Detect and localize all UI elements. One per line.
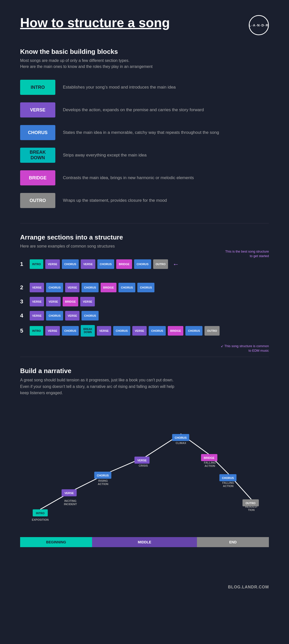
outro-desc: Wraps up the statement, provides closure… <box>63 197 167 204</box>
structure-row-3: 3 VERSE VERSE BRIDGE VERSE <box>20 297 269 306</box>
block-row-verse: VERSE Develops the action, expands on th… <box>20 102 269 117</box>
mini-verse-1b: VERSE <box>81 259 95 269</box>
svg-text:OUTRO: OUTRO <box>245 502 256 505</box>
verse-desc: Develops the action, expands on the prem… <box>63 107 204 113</box>
svg-text:ACTION: ACTION <box>204 464 215 467</box>
row-number-1: 1 <box>20 261 28 267</box>
mini-chorus-5a: CHORUS <box>62 326 79 336</box>
breakdown-label: BREAKDOWN <box>20 148 55 163</box>
mini-verse-2b: VERSE <box>65 283 79 292</box>
chart-point-verse2: CRISIS VERSE <box>135 457 150 467</box>
chorus-desc: States the main idea in a memorable, cat… <box>63 130 219 136</box>
bar-middle: MIDDLE <box>92 537 197 547</box>
section-narrative: Build a narrative A great song should bu… <box>20 367 269 547</box>
chart-point-chorus2-climax: CLIMAX CHORUS <box>172 434 189 445</box>
logo: L·A·N·D·R <box>249 15 269 35</box>
svg-text:VERSE: VERSE <box>137 459 147 462</box>
svg-text:FALLING: FALLING <box>204 461 216 464</box>
mini-verse-5a: VERSE <box>45 326 60 336</box>
row-number-3: 3 <box>20 298 28 305</box>
mini-verse-3a: VERSE <box>30 297 44 306</box>
footer-text: BLOG.LANDR.COM <box>228 585 269 589</box>
svg-text:EXPOSITION: EXPOSITION <box>32 518 49 521</box>
mini-chorus-4b: CHORUS <box>81 311 99 320</box>
mini-chorus-2a: CHORUS <box>46 283 63 292</box>
svg-text:CHORUS: CHORUS <box>175 436 187 439</box>
row-number-2: 2 <box>20 284 28 291</box>
mini-chorus-1a: CHORUS <box>62 259 79 269</box>
svg-text:CLIMAX: CLIMAX <box>176 441 186 445</box>
chart-point-intro: EXPOSITION INTRO <box>32 509 49 521</box>
mini-chorus-1b: CHORUS <box>97 259 114 269</box>
intro-desc: Establishes your song’s mood and introdu… <box>63 84 176 90</box>
breakdown-desc: Strips away everything except the main i… <box>63 152 147 158</box>
svg-text:INCITING: INCITING <box>64 499 76 502</box>
divider-2 <box>20 357 269 357</box>
block-row-chorus: CHORUS States the main idea in a memorab… <box>20 125 269 140</box>
mini-chorus-5b: CHORUS <box>113 326 130 336</box>
svg-text:INCIDENT: INCIDENT <box>64 503 77 506</box>
svg-text:ACTION: ACTION <box>223 485 233 488</box>
mini-chorus-2c: CHORUS <box>118 283 136 292</box>
mini-chorus-1c: CHORUS <box>134 259 151 269</box>
structure-row-5: 5 INTRO VERSE CHORUS BREAKDOWN VERSE CHO… <box>20 325 269 337</box>
svg-text:BRIDGE: BRIDGE <box>204 456 215 459</box>
block-row-breakdown: BREAKDOWN Strips away everything except … <box>20 148 269 163</box>
chorus-label: CHORUS <box>20 125 55 140</box>
svg-text:ACTION: ACTION <box>98 482 108 486</box>
structure-rows: This is the best song structure to get s… <box>20 259 269 337</box>
mini-bridge-3: BRIDGE <box>63 297 78 306</box>
intro-label: INTRO <box>20 80 55 95</box>
header: How to structure a song L·A·N·D·R <box>20 15 269 35</box>
section1-subtitle: Most songs are made up of only a few dif… <box>20 58 269 70</box>
block-row-intro: INTRO Establishes your song’s mood and i… <box>20 80 269 95</box>
bar-end: END <box>197 537 269 547</box>
section3-title: Build a narrative <box>20 367 269 375</box>
mini-bridge-2: BRIDGE <box>101 283 116 292</box>
chart-point-outro: RESOLU- TION OUTRO <box>242 499 259 511</box>
structure-row-1: 1 INTRO VERSE CHORUS VERSE CHORUS BRIDGE… <box>20 259 269 269</box>
mini-outro-1: OUTRO <box>153 259 168 269</box>
block-row-outro: OUTRO Wraps up the statement, provides c… <box>20 193 269 208</box>
verse-label: VERSE <box>20 102 55 117</box>
mini-chorus-5d: CHORUS <box>185 326 202 336</box>
svg-text:TION: TION <box>248 508 255 511</box>
structure-row-4: 4 VERSE CHORUS VERSE CHORUS <box>20 311 269 320</box>
mini-chorus-4a: CHORUS <box>46 311 63 320</box>
section2-subtitle: Here are some examples of common song st… <box>20 243 269 249</box>
svg-text:CHORUS: CHORUS <box>222 476 234 479</box>
mini-verse-3c: VERSE <box>80 297 95 306</box>
svg-text:CRISIS: CRISIS <box>139 464 148 467</box>
annotation-top: This is the best song structure to get s… <box>224 249 269 258</box>
mini-verse-3b: VERSE <box>46 297 60 306</box>
mini-verse-4b: VERSE <box>65 311 79 320</box>
chart-point-bridge: FALLING ACTION BRIDGE <box>201 454 217 467</box>
main-title: How to structure a song <box>20 15 170 30</box>
section-building-blocks: Know the basic building blocks Most song… <box>20 48 269 208</box>
mini-chorus-2b: CHORUS <box>81 283 99 292</box>
row-number-4: 4 <box>20 312 28 319</box>
mini-verse-5c: VERSE <box>132 326 147 336</box>
mini-bridge-1: BRIDGE <box>116 259 132 269</box>
section3-subtitle: A great song should build tension as it … <box>20 377 269 396</box>
bar-beginning: BEGINNING <box>20 537 92 547</box>
mini-chorus-5c: CHORUS <box>149 326 166 336</box>
row-number-5: 5 <box>20 328 28 334</box>
section-structure: Arrange sections into a structure Here a… <box>20 233 269 337</box>
outro-label: OUTRO <box>20 193 55 208</box>
chart-point-verse1: INCITING INCIDENT VERSE <box>62 489 77 506</box>
mini-breakdown-5: BREAKDOWN <box>81 325 95 337</box>
footer: BLOG.LANDR.COM <box>0 577 289 597</box>
svg-text:RISING: RISING <box>98 479 108 482</box>
arrow-row1: ← <box>173 260 179 268</box>
annotation-bottom: ↙ This song structure is common to EDM m… <box>219 344 269 353</box>
mini-outro-5: OUTRO <box>204 326 220 336</box>
chart-point-chorus1: RISING ACTION CHORUS <box>94 472 111 486</box>
mini-chorus-2d: CHORUS <box>137 283 154 292</box>
narrative-line <box>40 434 251 509</box>
svg-text:VERSE: VERSE <box>64 492 74 495</box>
mini-verse-2a: VERSE <box>30 283 44 292</box>
mini-verse-5b: VERSE <box>97 326 111 336</box>
narrative-chart: EXPOSITION INTRO INCITING INCIDENT VERSE… <box>20 406 269 532</box>
mini-verse-1a: VERSE <box>45 259 60 269</box>
